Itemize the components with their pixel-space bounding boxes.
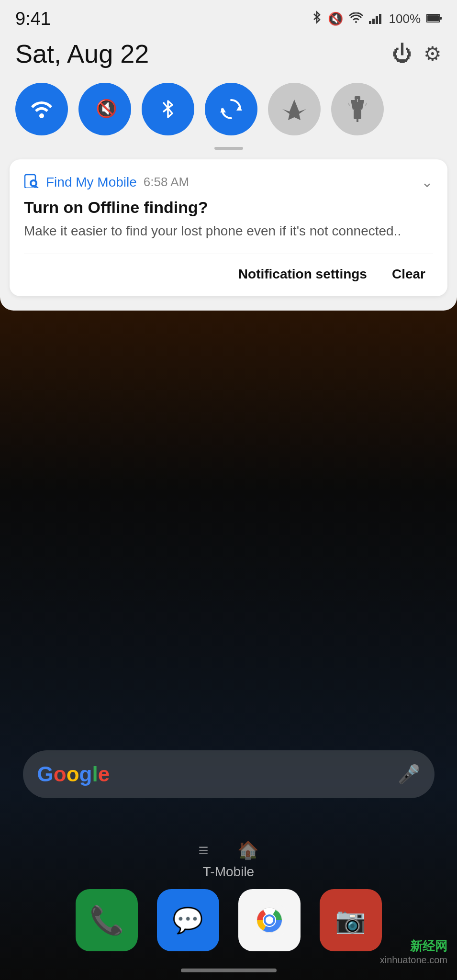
svg-rect-5 — [369, 21, 371, 24]
svg-line-21 — [365, 103, 367, 106]
status-icons: 🔇 100% — [312, 10, 442, 28]
notification-card: Find My Mobile 6:58 AM ⌄ Turn on Offline… — [10, 159, 447, 296]
mic-icon[interactable]: 🎤 — [398, 764, 420, 785]
power-icon[interactable]: ⏻ — [392, 42, 412, 65]
home-icon: 🏠 — [237, 840, 259, 860]
mute-status-icon: 🔇 — [328, 11, 343, 26]
find-my-mobile-icon — [24, 173, 39, 191]
dock-messages-icon[interactable]: 💬 — [157, 889, 219, 951]
notification-settings-button[interactable]: Notification settings — [231, 263, 375, 286]
svg-rect-18 — [354, 110, 361, 119]
mute-toggle[interactable]: 🔇 — [78, 83, 131, 135]
dock-chrome-icon[interactable] — [238, 889, 301, 951]
dock-phone-icon[interactable]: 📞 — [76, 889, 138, 951]
notification-title: Turn on Offline finding? — [24, 198, 433, 217]
chrome-svg — [250, 901, 289, 939]
google-logo: Google — [37, 762, 110, 786]
home-indicator — [181, 969, 277, 972]
svg-marker-14 — [236, 106, 242, 111]
wifi-toggle[interactable] — [15, 83, 68, 135]
quick-toggles: 🔇 — [0, 78, 457, 145]
menu-icon: ≡ — [198, 840, 208, 860]
watermark-brand: 新经网 — [380, 938, 447, 955]
svg-point-4 — [266, 916, 273, 924]
svg-line-20 — [348, 103, 350, 106]
bluetooth-toggle[interactable] — [142, 83, 194, 135]
notification-body: Make it easier to find your lost phone e… — [24, 222, 433, 240]
date-text: Sat, Aug 22 — [15, 39, 149, 68]
svg-line-25 — [36, 186, 38, 188]
wifi-status-icon — [349, 12, 363, 26]
svg-rect-7 — [376, 16, 378, 24]
homescreen-utils: ≡ 🏠 — [0, 840, 457, 860]
date-action-icons: ⏻ ⚙ — [392, 42, 442, 66]
bluetooth-status-icon — [312, 10, 322, 28]
notification-time: 6:58 AM — [144, 175, 189, 189]
notification-shade: 9:41 🔇 — [0, 0, 457, 311]
flashlight-toggle[interactable] — [331, 83, 384, 135]
svg-text:🔇: 🔇 — [96, 98, 117, 119]
drag-handle — [214, 147, 243, 150]
airplane-toggle[interactable] — [268, 83, 321, 135]
dock: 📞 💬 📷 — [76, 889, 382, 951]
status-time: 9:41 — [15, 9, 51, 29]
svg-rect-10 — [440, 17, 442, 20]
date-row: Sat, Aug 22 ⏻ ⚙ — [0, 34, 457, 78]
status-bar: 9:41 🔇 — [0, 0, 457, 34]
watermark-url: xinhuatone.com — [380, 955, 447, 966]
battery-icon — [426, 13, 442, 25]
notification-app-info: Find My Mobile 6:58 AM — [24, 173, 189, 191]
notification-actions: Notification settings Clear — [24, 254, 433, 296]
notification-clear-button[interactable]: Clear — [384, 263, 433, 286]
notification-chevron-icon[interactable]: ⌄ — [421, 174, 433, 190]
carrier-label: T-Mobile — [203, 864, 254, 880]
notification-header: Find My Mobile 6:58 AM ⌄ — [24, 173, 433, 191]
signal-status-icon — [369, 12, 383, 26]
svg-rect-8 — [379, 14, 381, 24]
watermark: 新经网 xinhuatone.com — [380, 938, 447, 966]
sync-toggle[interactable] — [205, 83, 257, 135]
svg-point-26 — [32, 181, 35, 185]
settings-icon[interactable]: ⚙ — [424, 42, 442, 66]
notification-app-name: Find My Mobile — [46, 175, 137, 190]
svg-rect-11 — [427, 15, 439, 21]
dock-camera-icon[interactable]: 📷 — [320, 889, 382, 951]
svg-rect-6 — [372, 19, 375, 24]
google-search-bar[interactable]: Google 🎤 — [23, 750, 435, 798]
battery-text: 100% — [389, 11, 421, 26]
svg-marker-15 — [220, 108, 226, 112]
svg-point-12 — [39, 113, 44, 118]
